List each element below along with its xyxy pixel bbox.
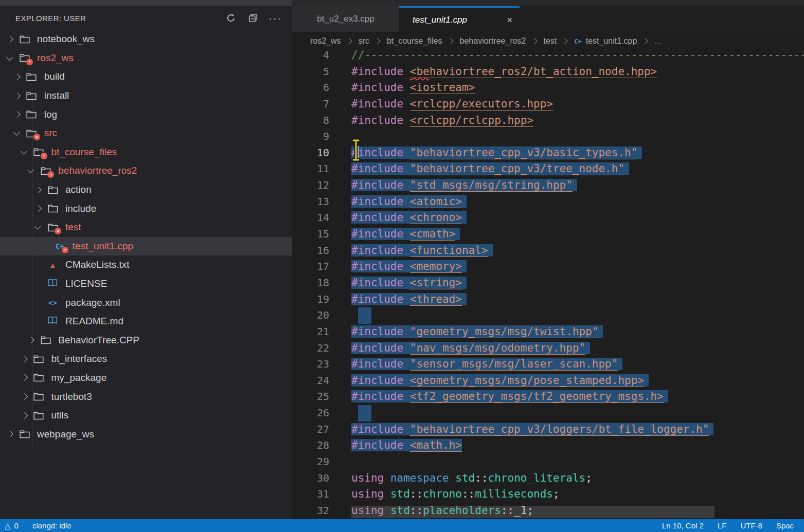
tab-bt-u2-ex3-cpp[interactable]: bt_u2_ex3.cpp (292, 6, 399, 32)
tree-item-label: src (44, 127, 57, 139)
code-line-28[interactable]: 28#include <math.h> (292, 437, 804, 454)
tree-item-webpage-ws[interactable]: webpage_ws (0, 425, 292, 444)
code-line-26[interactable]: 26 (292, 405, 804, 421)
status-item-lf[interactable]: LF (718, 521, 727, 530)
status-left: △ 0 clangd: idle (0, 521, 72, 530)
code-editor[interactable]: 4//-------------------------------------… (292, 47, 804, 519)
warning-count: 0 (14, 521, 19, 530)
tree-item-readme-md[interactable]: README.md (0, 312, 292, 331)
tab-test-unit1-cpp[interactable]: test_unit1.cpp× (399, 6, 520, 32)
code-token (384, 488, 390, 500)
tree-item-src[interactable]: ×src (0, 124, 292, 143)
code-text: using std::chrono::milliseconds; (351, 486, 560, 503)
code-line-29[interactable]: 29 (292, 454, 804, 470)
code-line-14[interactable]: 14#include <chrono> (292, 210, 804, 226)
tree-item-action[interactable]: action (0, 180, 292, 199)
tree-item-test-unit1-cpp[interactable]: C+×test_unit1.cpp (0, 237, 292, 256)
selection-highlight: #include <tf2_geometry_msgs/tf2_geometry… (351, 390, 668, 402)
chevron-down-icon (28, 169, 40, 172)
breadcrumb-item-bt-course-files[interactable]: bt_course_files (387, 36, 442, 46)
chevron-right-icon (21, 357, 33, 361)
code-line-11[interactable]: 11#include "behaviortree_cpp_v3/tree_nod… (292, 161, 804, 177)
chevron-right-icon (7, 432, 19, 436)
code-line-4[interactable]: 4//-------------------------------------… (292, 47, 804, 64)
line-number: 26 (292, 405, 329, 421)
tree-item-include[interactable]: include (0, 199, 292, 218)
code-line-18[interactable]: 18#include <string> (292, 275, 804, 291)
code-line-10[interactable]: 10#include "behaviortree_cpp_v3/basic_ty… (292, 145, 804, 161)
code-text (351, 307, 371, 324)
code-line-22[interactable]: 22#include "nav_msgs/msg/odometry.hpp" (292, 340, 804, 357)
tree-item-install[interactable]: install (0, 86, 292, 105)
breadcrumb-item-src[interactable]: src (359, 36, 369, 46)
cmake-file-icon: ▲ (49, 261, 57, 269)
folder-icon: × (26, 128, 37, 138)
code-line-9[interactable]: 9 (292, 129, 804, 145)
code-text: #include "behaviortree_cpp_v3/tree_node.… (351, 161, 629, 177)
code-line-17[interactable]: 17#include <memory> (292, 259, 804, 275)
code-line-31[interactable]: 31using std::chrono::milliseconds; (292, 486, 804, 503)
more-actions-icon[interactable]: ··· (270, 12, 281, 24)
code-line-12[interactable]: 12#include "std_msgs/msg/string.hpp" (292, 177, 804, 194)
status-item-spac[interactable]: Spac (776, 521, 794, 530)
code-line-5[interactable]: 5#include <behaviortree_ros2/bt_action_n… (292, 64, 804, 80)
chevron-right-icon (14, 94, 26, 98)
code-line-24[interactable]: 24#include <geometry_msgs/msg/pose_stamp… (292, 373, 804, 389)
breadcrumb-item-test-unit1-cpp[interactable]: C+test_unit1.cpp (574, 36, 637, 46)
tree-item-test[interactable]: ×test (0, 218, 292, 237)
selection-highlight: #include <math.h> (351, 439, 462, 451)
tree-item-ros2-ws[interactable]: ×ros2_ws (0, 49, 292, 68)
tree-item-bt-interfaces[interactable]: bt_interfaces (0, 350, 292, 369)
tree-item-turtlebot3[interactable]: turtlebot3 (0, 387, 292, 406)
code-token: :: (462, 488, 475, 500)
tree-item-build[interactable]: build (0, 67, 292, 86)
tree-item-behaviortree-cpp[interactable]: BehaviorTree.CPP (0, 331, 292, 350)
tree-item-utils[interactable]: utils (0, 406, 292, 425)
code-text: #include "behaviortree_cpp_v3/basic_type… (351, 145, 642, 161)
status-item-utf-8[interactable]: UTF-8 (740, 521, 762, 530)
horizontal-scrollbar[interactable] (351, 506, 714, 518)
clangd-status[interactable]: clangd: idle (32, 521, 72, 530)
code-token: std (455, 472, 475, 484)
refresh-icon[interactable] (225, 12, 237, 24)
code-line-19[interactable]: 19#include <thread> (292, 291, 804, 308)
code-line-21[interactable]: 21#include "geometry_msgs/msg/twist.hpp" (292, 324, 804, 340)
selection-highlight: #include <cmath> (351, 228, 460, 240)
code-line-27[interactable]: 27#include "behaviortree_cpp_v3/loggers/… (292, 421, 804, 438)
breadcrumb-item-test[interactable]: test (544, 36, 557, 46)
chevron-right-icon (21, 413, 33, 418)
tree-item-label: README.md (65, 316, 123, 327)
code-token: "behaviortree_cpp_v3/tree_node.h" (410, 162, 624, 175)
tree-item-license[interactable]: LICENSE (0, 274, 292, 293)
code-line-8[interactable]: 8#include <rclcpp/rclcpp.hpp> (292, 113, 804, 129)
close-icon[interactable]: × (507, 15, 512, 25)
tree-item-notebook-ws[interactable]: notebook_ws (0, 30, 292, 49)
tree-item-cmakelists-txt[interactable]: ▲CMakeLists.txt (0, 255, 292, 274)
code-line-20[interactable]: 20 (292, 307, 804, 324)
code-line-25[interactable]: 25#include <tf2_geometry_msgs/tf2_geomet… (292, 389, 804, 405)
code-line-30[interactable]: 30using namespace std::chrono_literals; (292, 470, 804, 487)
breadcrumb-label: test_unit1.cpp (586, 36, 637, 45)
code-line-13[interactable]: 13#include <atomic> (292, 194, 804, 210)
tree-item-log[interactable]: log (0, 105, 292, 124)
breadcrumb-item--[interactable]: ... (654, 36, 661, 46)
tree-item-bt-course-files[interactable]: ×bt_course_files (0, 143, 292, 162)
folder-icon (19, 429, 30, 439)
problems-indicator[interactable]: △ 0 (5, 521, 19, 530)
code-line-15[interactable]: 15#include <cmath> (292, 226, 804, 243)
collapse-all-icon[interactable] (247, 12, 259, 24)
breadcrumb-label: ... (654, 36, 661, 45)
breadcrumb-item-behaviortree-ros2[interactable]: behaviortree_ros2 (460, 36, 526, 46)
code-line-23[interactable]: 23#include "sensor_msgs/msg/laser_scan.h… (292, 356, 804, 373)
code-text: #include <rclcpp/executors.hpp> (351, 96, 553, 113)
code-line-16[interactable]: 16#include <functional> (292, 243, 804, 259)
tree-item-my-package[interactable]: my_package (0, 369, 292, 388)
tree-item-behaviortree-ros2[interactable]: ×behaviortree_ros2 (0, 161, 292, 180)
folder-icon: × (47, 222, 58, 232)
tree-item-package-xml[interactable]: <>package.xml (0, 293, 292, 312)
breadcrumb-item-ros2-ws[interactable]: ros2_ws (310, 36, 341, 46)
status-item-ln-10-col-2[interactable]: Ln 10, Col 2 (662, 521, 704, 530)
line-number: 27 (292, 421, 329, 438)
code-line-7[interactable]: 7#include <rclcpp/executors.hpp> (292, 96, 804, 113)
code-line-6[interactable]: 6#include <iostream> (292, 80, 804, 96)
